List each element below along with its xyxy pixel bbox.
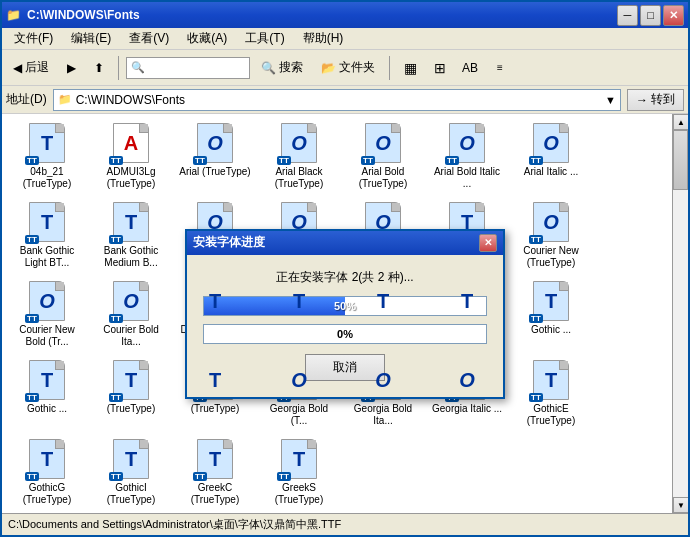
- view-icons-button[interactable]: AB: [457, 55, 483, 81]
- font-name: Gothic ...: [27, 403, 67, 415]
- font-item[interactable]: TTTBank Gothic Medium B...: [90, 197, 172, 274]
- font-item[interactable]: ATTADMUI3Lg (TrueType): [90, 118, 172, 195]
- font-name: Arial (TrueType): [179, 166, 250, 178]
- progress-container-1: 50%: [203, 296, 487, 316]
- font-item[interactable]: TTTGothicG (TrueType): [6, 434, 88, 511]
- status-text: C:\Documents and Settings\Administrator\…: [8, 517, 341, 532]
- font-item[interactable]: TTTGothicE (TrueType): [510, 355, 592, 432]
- font-item[interactable]: TTTBank Gothic Light BT...: [6, 197, 88, 274]
- menu-help[interactable]: 帮助(H): [295, 28, 352, 49]
- font-name: GothicI (TrueType): [93, 482, 169, 506]
- font-name: 04b_21 (TrueType): [9, 166, 85, 190]
- progress-container-2: 0%: [203, 324, 487, 344]
- scroll-up-button[interactable]: ▲: [673, 114, 688, 130]
- font-item[interactable]: OTTCourier New Bold (Tr...: [6, 276, 88, 353]
- menu-edit[interactable]: 编辑(E): [63, 28, 119, 49]
- address-input[interactable]: [76, 93, 601, 107]
- progress-bar-2: 0%: [203, 324, 487, 344]
- scroll-track[interactable]: [673, 130, 688, 497]
- address-bar: 地址(D) 📁 ▼ → 转到: [2, 86, 688, 114]
- font-item[interactable]: TTTGothic ...: [6, 355, 88, 432]
- title-bar: 📁 C:\WINDOWS\Fonts ─ □ ✕: [2, 2, 688, 28]
- window-title: C:\WINDOWS\Fonts: [27, 8, 140, 22]
- font-name: GothicE (TrueType): [513, 403, 589, 427]
- font-name: GreekS (TrueType): [261, 482, 337, 506]
- font-item[interactable]: OTTArial Italic ...: [510, 118, 592, 195]
- cancel-button[interactable]: 取消: [305, 354, 385, 381]
- font-item[interactable]: TTT(TrueType): [90, 355, 172, 432]
- toolbar-separator-2: [389, 56, 390, 80]
- progress-label-1: 50%: [334, 300, 356, 312]
- menu-tools[interactable]: 工具(T): [237, 28, 292, 49]
- menu-view[interactable]: 查看(V): [121, 28, 177, 49]
- scrollbar[interactable]: ▲ ▼: [672, 114, 688, 513]
- font-name: GothicG (TrueType): [9, 482, 85, 506]
- view-filmstrip-button[interactable]: ▦: [397, 55, 423, 81]
- dialog-content: 正在安装字体 2(共 2 种)... 50% 0% 取消: [187, 255, 503, 397]
- progress-bar-1: 50%: [203, 296, 487, 316]
- font-item[interactable]: OTTCourier New (TrueType): [510, 197, 592, 274]
- font-name: Courier Bold Ita...: [93, 324, 169, 348]
- minimize-button[interactable]: ─: [617, 5, 638, 26]
- search-text-icon: 🔍: [261, 61, 276, 75]
- maximize-button[interactable]: □: [640, 5, 661, 26]
- menu-favorites[interactable]: 收藏(A): [179, 28, 235, 49]
- font-item[interactable]: OTTCourier Bold Ita...: [90, 276, 172, 353]
- back-arrow-icon: ◀: [13, 61, 22, 75]
- view-thumbnails-button[interactable]: ⊞: [427, 55, 453, 81]
- up-button[interactable]: ⬆: [87, 54, 111, 82]
- font-item[interactable]: TTTGreekC (TrueType): [174, 434, 256, 511]
- go-button[interactable]: → 转到: [627, 89, 684, 111]
- font-name: (TrueType): [107, 403, 156, 415]
- font-item[interactable]: TTTGreekS (TrueType): [258, 434, 340, 511]
- font-name: Arial Italic ...: [524, 166, 578, 178]
- window-icon: 📁: [6, 8, 21, 22]
- font-name: Gothic ...: [531, 324, 571, 336]
- up-arrow-icon: ⬆: [94, 61, 104, 75]
- address-folder-icon: 📁: [58, 93, 72, 106]
- font-item[interactable]: TTTGothicI (TrueType): [90, 434, 172, 511]
- search-icon: 🔍: [131, 61, 145, 74]
- progress-fill-1: [204, 297, 345, 315]
- font-name: Georgia Italic ...: [432, 403, 502, 415]
- font-item[interactable]: TTT04b_21 (TrueType): [6, 118, 88, 195]
- font-name: Arial Bold Italic ...: [429, 166, 505, 190]
- font-item[interactable]: OTTArial Bold (TrueType): [342, 118, 424, 195]
- font-name: Bank Gothic Medium B...: [93, 245, 169, 269]
- font-name: Georgia Bold Ita...: [345, 403, 421, 427]
- address-input-container: 📁 ▼: [53, 89, 621, 111]
- menu-file[interactable]: 文件(F): [6, 28, 61, 49]
- content-area: TTT04b_21 (TrueType)ATTADMUI3Lg (TrueTyp…: [2, 114, 688, 513]
- close-button[interactable]: ✕: [663, 5, 684, 26]
- font-name: Georgia Bold (T...: [261, 403, 337, 427]
- scroll-thumb[interactable]: [673, 130, 688, 190]
- search-box[interactable]: 🔍: [126, 57, 250, 79]
- progress-dialog: 安装字体进度 ✕ 正在安装字体 2(共 2 种)... 50%: [185, 229, 505, 399]
- font-name: (TrueType): [191, 403, 240, 415]
- search-input[interactable]: [145, 61, 245, 75]
- view-list-button[interactable]: ≡: [487, 55, 513, 81]
- font-item[interactable]: OTTArial Black (TrueType): [258, 118, 340, 195]
- search-button[interactable]: 🔍 搜索: [254, 54, 310, 82]
- progress-label-2: 0%: [337, 328, 353, 340]
- dialog-title: 安装字体进度: [193, 234, 265, 251]
- folders-icon: 📂: [321, 61, 336, 75]
- font-item[interactable]: OTTArial Bold Italic ...: [426, 118, 508, 195]
- font-item[interactable]: TTTGothic ...: [510, 276, 592, 353]
- title-buttons: ─ □ ✕: [617, 5, 684, 26]
- main-window: 📁 C:\WINDOWS\Fonts ─ □ ✕ 文件(F) 编辑(E) 查看(…: [0, 0, 690, 537]
- font-name: Arial Bold (TrueType): [345, 166, 421, 190]
- font-name: ADMUI3Lg (TrueType): [93, 166, 169, 190]
- menu-bar: 文件(F) 编辑(E) 查看(V) 收藏(A) 工具(T) 帮助(H): [2, 28, 688, 50]
- toolbar-separator-1: [118, 56, 119, 80]
- dialog-title-bar: 安装字体进度 ✕: [187, 231, 503, 255]
- back-button[interactable]: ◀ 后退: [6, 54, 56, 82]
- address-dropdown-icon[interactable]: ▼: [605, 94, 616, 106]
- address-label: 地址(D): [6, 91, 47, 108]
- scroll-down-button[interactable]: ▼: [673, 497, 688, 513]
- forward-button[interactable]: ▶: [60, 54, 83, 82]
- status-bar: C:\Documents and Settings\Administrator\…: [2, 513, 688, 535]
- font-item[interactable]: OTTArial (TrueType): [174, 118, 256, 195]
- folders-button[interactable]: 📂 文件夹: [314, 54, 382, 82]
- dialog-close-button[interactable]: ✕: [479, 234, 497, 252]
